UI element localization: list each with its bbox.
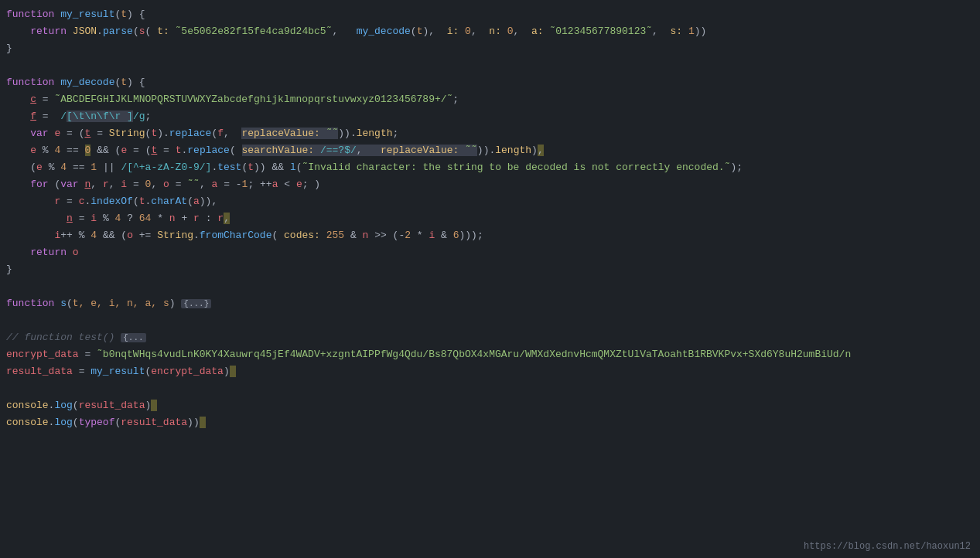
code-line-10: (e % 4 == 1 || /[^+a-zA-Z0-9/].test(t)) … <box>0 159 980 176</box>
code-line-9: e % 4 == 0 && (e = (t = t.replace( searc… <box>0 142 980 159</box>
code-editor: function my_result(t) { return JSON.pars… <box>0 0 980 558</box>
code-line-11: for (var n, r, i = 0, o = ˜˜, a = -1; ++… <box>0 176 980 193</box>
code-line-23 <box>0 380 980 397</box>
code-line-13: n = i % 4 ? 64 * n + r : r, <box>0 210 980 227</box>
code-line-19 <box>0 312 980 329</box>
code-line-20: // function test() {... <box>0 329 980 346</box>
code-line-7: f = /[\t\n\f\r ]/g; <box>0 108 980 125</box>
code-line-14: i++ % 4 && (o += String.fromCharCode( co… <box>0 227 980 244</box>
code-line-17 <box>0 278 980 295</box>
code-line-24: console.log(result_data) <box>0 397 980 414</box>
code-line-6: c = ˜ABCDEFGHIJKLMNOPQRSTUVWXYZabcdefghi… <box>0 91 980 108</box>
code-line-5: function my_decode(t) { <box>0 74 980 91</box>
code-line-3: } <box>0 40 980 57</box>
watermark: https://blog.csdn.net/haoxun12 <box>804 541 971 552</box>
code-line-12: r = c.indexOf(t.charAt(a)), <box>0 193 980 210</box>
code-line-15: return o <box>0 244 980 261</box>
code-line-4 <box>0 57 980 74</box>
code-line-25: console.log(typeof(result_data)) <box>0 414 980 431</box>
code-line-2: return JSON.parse(s( t: ˜5e5062e82f15fe4… <box>0 23 980 40</box>
code-line-16: } <box>0 261 980 278</box>
code-line-21: encrypt_data = ˜b0nqtWHqs4vudLnK0KY4Xauw… <box>0 346 980 363</box>
code-line-8: var e = (t = String(t).replace(f, replac… <box>0 125 980 142</box>
code-line-22: result_data = my_result(encrypt_data) <box>0 363 980 380</box>
code-line-18: function s(t, e, i, n, a, s) {...} <box>0 295 980 312</box>
code-line-1: function my_result(t) { <box>0 6 980 23</box>
